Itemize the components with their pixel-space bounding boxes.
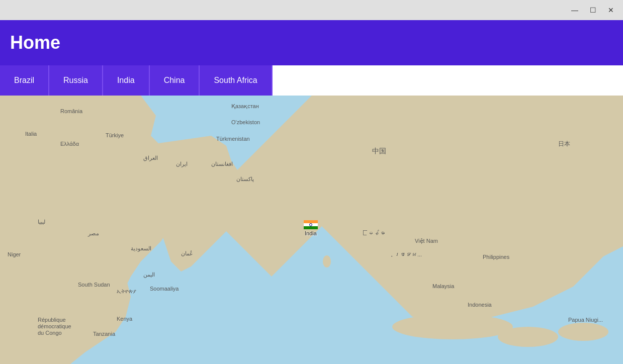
- svg-text:Malaysia: Malaysia: [432, 283, 455, 289]
- svg-text:Việt Nam: Việt Nam: [415, 238, 438, 244]
- svg-text:Tanzania: Tanzania: [93, 331, 116, 337]
- svg-text:Italia: Italia: [25, 131, 37, 137]
- svg-text:Soomaaliya: Soomaaliya: [150, 286, 179, 292]
- svg-text:ኢትዮጵያ: ኢትዮጵያ: [117, 288, 136, 294]
- svg-text:Ελλάδα: Ελλάδα: [60, 141, 79, 147]
- title-bar-controls: — ☐ ✕: [567, 3, 619, 17]
- title-bar: — ☐ ✕: [0, 0, 623, 20]
- svg-text:Niger: Niger: [8, 251, 21, 257]
- nav-bar: Brazil Russia India China South Africa: [0, 65, 623, 96]
- svg-point-6: [323, 255, 331, 267]
- svg-text:افغانستان: افغانستان: [211, 161, 233, 167]
- nav-btn-south-africa[interactable]: South Africa: [200, 65, 272, 96]
- nav-btn-india[interactable]: India: [103, 65, 150, 96]
- svg-text:Kenya: Kenya: [117, 316, 133, 322]
- svg-text:اليمن: اليمن: [143, 271, 155, 278]
- map-area[interactable]: Italia România Ελλάδα Türkiye Қазақстан …: [0, 96, 623, 364]
- svg-text:ប្រទេស...: ប្រទេស...: [391, 251, 422, 257]
- svg-text:العراق: العراق: [143, 155, 158, 161]
- svg-text:ليبيا: ليبيا: [38, 219, 45, 225]
- svg-text:Қазақстан: Қазақстан: [231, 103, 259, 109]
- india-marker: India: [304, 220, 318, 236]
- svg-point-3: [558, 323, 608, 341]
- svg-text:O'zbekiston: O'zbekiston: [231, 119, 260, 125]
- svg-text:Indonesia: Indonesia: [468, 302, 492, 308]
- flag-stripe-bottom: [304, 226, 318, 229]
- svg-text:中国: 中国: [372, 147, 386, 155]
- svg-text:du Congo: du Congo: [38, 330, 62, 336]
- svg-text:日本: 日本: [558, 140, 570, 147]
- svg-text:عُمان: عُمان: [181, 250, 193, 256]
- svg-text:Papua Niugi...: Papua Niugi...: [568, 317, 603, 323]
- svg-text:South Sudan: South Sudan: [78, 282, 110, 288]
- svg-point-2: [498, 327, 558, 347]
- svg-point-1: [392, 314, 513, 339]
- nav-btn-china[interactable]: China: [150, 65, 200, 96]
- svg-point-5: [489, 224, 507, 269]
- minimize-button[interactable]: —: [567, 3, 583, 17]
- svg-text:پاکستان: پاکستان: [236, 176, 254, 183]
- svg-text:Türkiye: Türkiye: [106, 132, 124, 138]
- svg-text:Philippines: Philippines: [483, 254, 510, 260]
- app-container: Home Brazil Russia India China South Afr…: [0, 20, 623, 364]
- nav-btn-russia[interactable]: Russia: [49, 65, 103, 96]
- svg-text:السعودية: السعودية: [131, 245, 151, 252]
- nav-btn-brazil[interactable]: Brazil: [0, 65, 49, 96]
- india-flag: [304, 220, 318, 229]
- close-button[interactable]: ✕: [603, 3, 619, 17]
- svg-text:démocratique: démocratique: [38, 323, 71, 329]
- svg-text:مصر: مصر: [87, 230, 99, 237]
- svg-text:ایران: ایران: [176, 161, 188, 167]
- india-label: India: [305, 230, 317, 236]
- maximize-button[interactable]: ☐: [585, 3, 601, 17]
- svg-text:Türkmenistan: Türkmenistan: [216, 136, 250, 142]
- header: Home: [0, 20, 623, 65]
- page-title: Home: [10, 32, 60, 53]
- svg-text:România: România: [60, 108, 83, 114]
- svg-text:République: République: [38, 317, 66, 323]
